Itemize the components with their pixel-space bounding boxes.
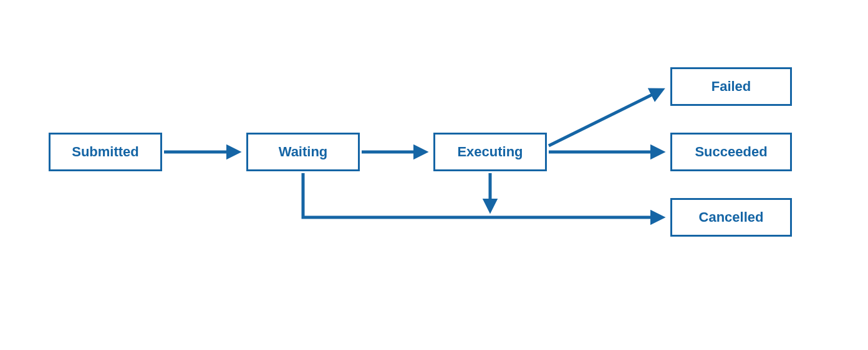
arrow-executing-failed [549,90,661,146]
state-succeeded: Succeeded [670,133,792,171]
state-failed: Failed [670,67,792,106]
state-label: Executing [457,144,523,160]
state-label: Submitted [72,144,139,160]
state-label: Succeeded [695,144,767,160]
state-label: Failed [711,78,751,95]
state-waiting: Waiting [246,133,360,171]
state-label: Cancelled [699,209,764,225]
state-cancelled: Cancelled [670,198,792,237]
state-submitted: Submitted [49,133,162,171]
transitions-svg [0,0,868,350]
state-label: Waiting [279,144,328,160]
arrow-waiting-cancelled [303,173,661,217]
state-executing: Executing [433,133,547,171]
